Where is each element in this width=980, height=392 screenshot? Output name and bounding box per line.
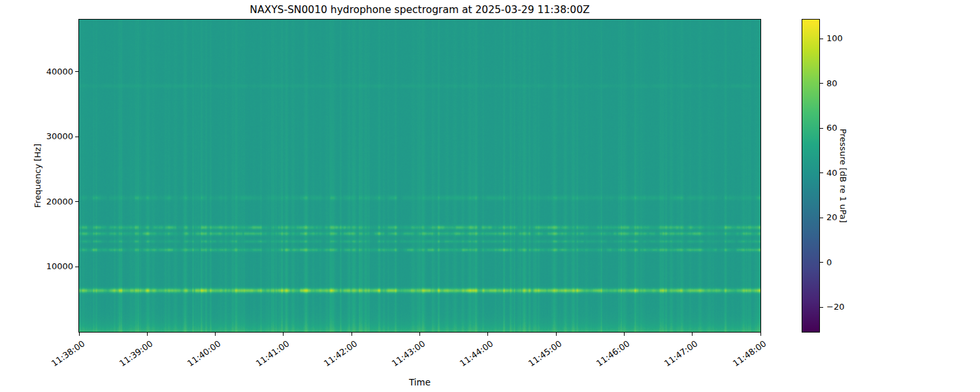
x-tick-mark xyxy=(556,333,557,336)
colorbar-tick-mark xyxy=(820,218,823,218)
y-tick-mark xyxy=(75,71,79,72)
x-axis-label: Time xyxy=(79,377,760,387)
x-tick-label: 11:43:00 xyxy=(391,339,427,368)
spectrogram-figure: NAXYS-SN0010 hydrophone spectrogram at 2… xyxy=(0,0,980,392)
y-tick-mark xyxy=(75,201,79,202)
x-tick-label: 11:40:00 xyxy=(186,339,223,368)
x-tick-mark xyxy=(215,333,216,336)
colorbar-tick-mark xyxy=(820,172,823,173)
x-tick-label: 11:42:00 xyxy=(322,339,359,368)
x-tick-label: 11:46:00 xyxy=(595,339,632,368)
colorbar xyxy=(802,19,820,333)
colorbar-label: Pressure [dB re 1 uPa] xyxy=(838,129,848,223)
x-tick-mark xyxy=(351,333,352,336)
y-tick-label: 40000 xyxy=(15,67,73,76)
colorbar-gradient xyxy=(802,20,819,332)
y-tick-label: 30000 xyxy=(15,132,73,141)
x-tick-label: 11:38:00 xyxy=(50,339,86,368)
colorbar-tick-mark xyxy=(820,262,823,263)
colorbar-tick-label: −20 xyxy=(826,302,844,312)
x-tick-mark xyxy=(147,333,148,336)
colorbar-tick-label: 100 xyxy=(826,34,843,43)
colorbar-tick-label: 40 xyxy=(826,169,838,178)
colorbar-tick-mark xyxy=(820,128,823,129)
colorbar-tick-label: 0 xyxy=(826,258,832,267)
colorbar-tick-mark xyxy=(820,39,823,39)
y-tick-mark xyxy=(75,137,79,137)
x-tick-mark xyxy=(692,333,693,336)
x-tick-label: 11:39:00 xyxy=(118,339,154,368)
colorbar-tick-mark xyxy=(820,307,823,308)
x-tick-mark xyxy=(419,333,420,336)
plot-area xyxy=(78,19,761,333)
colorbar-tick-label: 80 xyxy=(826,79,838,88)
y-tick-mark xyxy=(75,267,79,267)
x-tick-label: 11:44:00 xyxy=(459,339,495,368)
x-tick-mark xyxy=(624,333,625,336)
y-tick-label: 10000 xyxy=(15,262,73,271)
spectrogram-canvas xyxy=(79,20,760,332)
colorbar-tick-label: 60 xyxy=(826,123,838,133)
x-tick-label: 11:47:00 xyxy=(663,339,700,368)
x-tick-label: 11:45:00 xyxy=(527,339,563,368)
chart-title: NAXYS-SN0010 hydrophone spectrogram at 2… xyxy=(79,4,760,16)
y-tick-label: 20000 xyxy=(15,197,73,206)
x-tick-mark xyxy=(487,333,488,336)
x-tick-mark xyxy=(79,333,80,336)
x-tick-label: 11:48:00 xyxy=(731,339,768,368)
x-tick-mark xyxy=(283,333,284,336)
x-tick-label: 11:41:00 xyxy=(254,339,291,368)
colorbar-tick-label: 20 xyxy=(826,213,838,222)
colorbar-tick-mark xyxy=(820,83,823,84)
x-tick-mark xyxy=(760,333,761,336)
